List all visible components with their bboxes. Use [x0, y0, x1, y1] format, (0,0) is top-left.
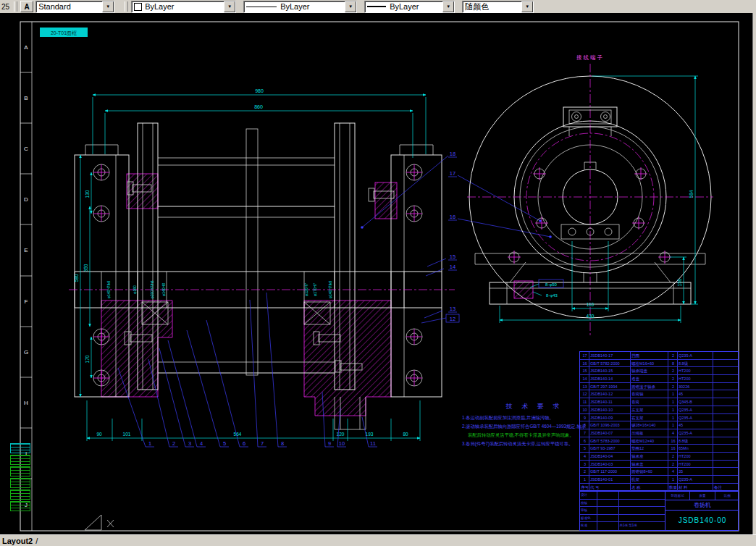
hatch-bearing-bottom-left [101, 301, 172, 397]
color-combo-value: ByLayer [145, 2, 174, 11]
margin-tag [10, 466, 30, 476]
callout-number: 17 [450, 170, 455, 177]
ucs-icon [85, 515, 114, 530]
bom-row: 13GB/T 297-1994 圆锥滚子轴承2 30226 [580, 383, 738, 391]
shaft-fit-label: φ170H7 [313, 283, 317, 296]
shaft-fit-label: φ140H8 [161, 283, 166, 296]
text-style-icon[interactable]: A [20, 1, 33, 12]
dim-label: 8-φ43 [546, 293, 558, 298]
zone-label: H [24, 400, 28, 406]
side-view[interactable]: 接线端子 [467, 54, 713, 337]
toolbar: 25 A Standard ▼ ByLayer ▼ ByLayer ▼ ByLa… [0, 0, 756, 14]
shaft-fit-label: φ140H7/k6 [328, 280, 332, 298]
callout-number: 3 [188, 440, 191, 447]
zone-label: E [24, 247, 28, 253]
hatch-base-detail [514, 281, 533, 298]
callout-number: 6 [243, 440, 245, 447]
dim-label: 8-φ50 [545, 282, 558, 287]
statusbar: Layout2 / [0, 534, 756, 546]
hatch-bearing-bottom-right [304, 301, 391, 416]
bom-table[interactable]: 17JSDB140-17 挡圈2 Q235-A 16GB/T 5782-2000… [579, 351, 739, 491]
shaft-fit-label: φ160 [133, 285, 137, 294]
shaft-fit-label: φ140H7/k6 [106, 280, 111, 298]
bom-row: 6GB/T 5783-2000 螺栓M12×4016 8.8级 [580, 437, 738, 445]
lineweight-combo-value: ByLayer [390, 2, 419, 11]
title-block[interactable]: 设计 校核 审核 标准化 批准共1张 第1张 阶段标记质量比例 卷扬机 JSDB… [579, 491, 739, 531]
chevron-down-icon[interactable]: ▼ [521, 1, 533, 12]
dim-label: 120 [337, 432, 345, 437]
toolbar-grip[interactable] [125, 1, 128, 12]
chevron-down-icon[interactable]: ▼ [102, 1, 114, 12]
dim-label: 350 [83, 264, 88, 272]
callout-number: 8 [281, 440, 284, 447]
color-combo[interactable]: ByLayer ▼ [131, 1, 236, 13]
bom-row: 2GB/T 117-2000 圆锥销8×604 35 [580, 468, 738, 476]
zone-label: G [24, 349, 28, 356]
vertical-scrollbar[interactable] [752, 13, 756, 534]
bom-row: 16GB/T 5782-2000 螺栓M16×608 8.8级 [580, 360, 738, 368]
callout-number: 18 [450, 151, 455, 157]
chevron-down-icon[interactable]: ▼ [345, 1, 356, 12]
bom-row: 7JSDB140-07 压绳板4 Q235-A [580, 429, 738, 437]
bom-row: 8GB/T 1096-2003 键28×16×1401 45 [580, 421, 738, 429]
callout-number: 4 [200, 440, 203, 447]
dim-label: 90 [96, 432, 102, 437]
right-support-plate [391, 145, 442, 397]
bom-header: 序号代 号 名 称数量 材 料备注 [580, 484, 738, 492]
role-label: 标准化 [580, 515, 597, 522]
toolbar-left-value: 25 [1, 3, 9, 11]
style-combo[interactable]: Standard ▼ [35, 1, 114, 13]
bom-rows: 17JSDB140-17 挡圈2 Q235-A 16GB/T 5782-2000… [580, 352, 738, 484]
zone-label: D [24, 196, 28, 203]
bom-row: 5GB/T 93-1987 垫圈1216 65Mn [580, 445, 738, 453]
toolbar-grip[interactable] [14, 1, 17, 12]
margin-tag [10, 455, 30, 465]
dim-label: 101 [123, 432, 131, 437]
dim-label: 580 [74, 274, 79, 282]
callout-number: 5 [223, 440, 226, 447]
shaft-fit-label: φ200H7/h6 [150, 280, 154, 298]
zone-label: C [24, 146, 28, 152]
hatch-bearing-top-right [375, 182, 397, 219]
callout-number: 15 [450, 253, 455, 260]
margin-tag [10, 490, 30, 500]
plotstyle-combo[interactable]: 随颜色 ▼ [462, 1, 534, 13]
color-swatch-icon [134, 3, 142, 11]
callout-number: 7 [261, 440, 264, 447]
bom-row: 11JSDB140-11 卷筒1 Q345-B [580, 398, 738, 406]
zone-label: A [24, 44, 28, 51]
front-view[interactable]: 980 860 90 101 [69, 88, 552, 447]
bom-row: 12JSDB140-12 卷筒轴1 45 [580, 390, 738, 398]
callout-number: 14 [450, 264, 455, 270]
linetype-preview-icon [246, 7, 277, 7]
drawing-canvas[interactable]: A B C D E F G H I J 20-T01图框 [0, 13, 753, 534]
role-label: 设计 [580, 492, 597, 499]
drawing-number: JSDB140-00 [665, 511, 739, 532]
style-combo-value: Standard [38, 2, 71, 11]
callout-number: 12 [450, 316, 455, 322]
chevron-down-icon[interactable]: ▼ [442, 1, 454, 12]
callout-number: 1 [148, 440, 151, 447]
layout-tab[interactable]: Layout2 [2, 537, 33, 545]
role-label: 审核 [580, 507, 597, 514]
frame-tag-label: 20-T01图框 [51, 30, 77, 36]
terminal-label: 接线端子 [576, 54, 604, 61]
bom-row: 17JSDB140-17 挡圈2 Q235-A [580, 352, 738, 360]
lineweight-combo[interactable]: ByLayer ▼ [364, 1, 455, 13]
margin-tag [10, 443, 30, 453]
dim-label: 80 [403, 432, 408, 437]
role-label: 批准 [580, 522, 597, 530]
role-label: 校核 [580, 500, 597, 507]
bom-row: 10JSDB140-10 左支架1 Q235-A [580, 406, 738, 414]
margin-tag [10, 478, 30, 488]
dim-label: 564 [234, 432, 242, 437]
margin-tag [10, 501, 30, 511]
linetype-combo[interactable]: ByLayer ▼ [243, 1, 357, 13]
chevron-down-icon[interactable]: ▼ [224, 1, 235, 12]
dim-label: 150 [677, 278, 682, 286]
callout-number: 16 [450, 214, 455, 220]
bom-row: 9JSDB140-09 右支架1 Q235-A [580, 414, 738, 422]
dim-label: 110 [587, 302, 595, 307]
bom-row: 3JSDB140-03 轴承盖2 HT200 [580, 461, 738, 469]
callout-number: 10 [339, 440, 345, 447]
